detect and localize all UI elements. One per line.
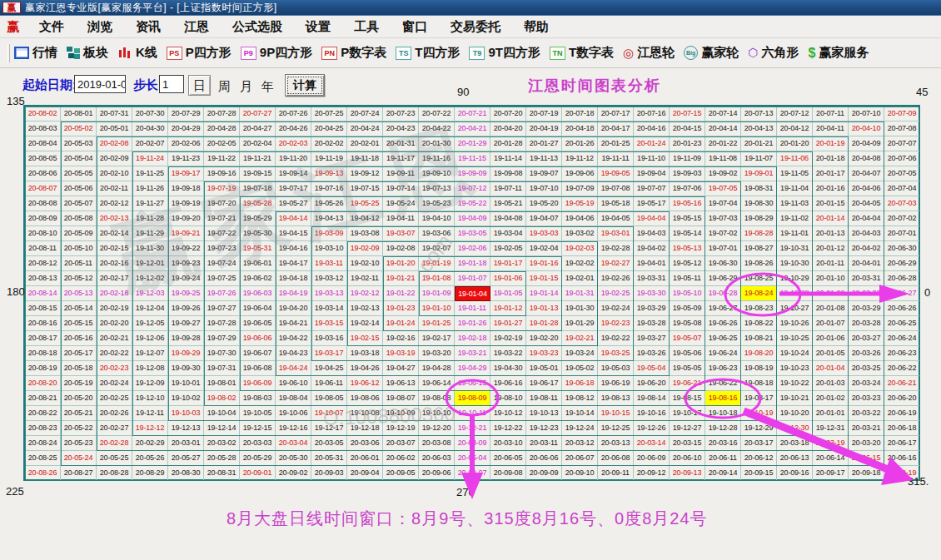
grid-cell[interactable]: 19-03-18: [347, 346, 383, 361]
grid-cell[interactable]: 19-05-20: [526, 196, 562, 211]
grid-cell[interactable]: 20-02-23: [97, 361, 132, 376]
grid-cell[interactable]: 20-05-11: [61, 256, 97, 271]
grid-cell[interactable]: 19-01-27: [490, 316, 526, 331]
grid-cell[interactable]: 20-06-16: [884, 451, 920, 466]
grid-cell[interactable]: 19-05-30: [240, 226, 276, 241]
grid-cell[interactable]: 20-07-29: [168, 107, 204, 121]
grid-cell[interactable]: 20-03-22: [849, 406, 884, 421]
grid-cell[interactable]: 19-12-03: [132, 286, 168, 301]
grid-cell[interactable]: 20-06-07: [562, 451, 598, 466]
grid-cell[interactable]: 19-05-23: [419, 196, 455, 211]
grid-cell[interactable]: 20-02-27: [97, 421, 132, 436]
grid-cell[interactable]: 20-06-15: [849, 451, 884, 466]
grid-cell[interactable]: 19-02-21: [562, 331, 598, 346]
grid-cell[interactable]: 19-08-10: [490, 391, 526, 406]
grid-cell[interactable]: 20-01-18: [813, 151, 849, 166]
grid-cell[interactable]: 19-12-29: [741, 421, 777, 436]
grid-cell[interactable]: 20-08-02: [25, 107, 61, 121]
grid-cell[interactable]: 19-11-21: [240, 151, 276, 166]
grid-cell[interactable]: 19-02-17: [419, 331, 455, 346]
step-input[interactable]: [159, 75, 184, 93]
grid-cell[interactable]: 19-01-10: [419, 301, 455, 316]
grid-cell[interactable]: 20-08-17: [25, 331, 61, 346]
grid-cell[interactable]: 20-08-30: [168, 466, 204, 481]
grid-cell[interactable]: 20-07-23: [383, 107, 419, 121]
grid-cell[interactable]: 19-04-27: [383, 361, 419, 376]
grid-cell[interactable]: 19-10-26: [777, 316, 813, 331]
grid-cell[interactable]: 19-10-03: [168, 406, 204, 421]
grid-cell[interactable]: 19-02-11: [347, 271, 383, 286]
grid-cell[interactable]: 20-06-25: [884, 316, 920, 331]
grid-cell[interactable]: 19-12-25: [598, 421, 634, 436]
grid-cell[interactable]: 20-07-31: [97, 107, 132, 121]
grid-cell[interactable]: 19-11-23: [168, 151, 204, 166]
grid-cell[interactable]: 20-08-28: [97, 466, 132, 481]
grid-cell[interactable]: 19-01-08: [419, 271, 455, 286]
grid-cell[interactable]: 19-09-25: [168, 286, 204, 301]
grid-cell[interactable]: 20-07-28: [204, 107, 240, 121]
grid-cell[interactable]: 20-02-15: [97, 241, 132, 256]
grid-cell[interactable]: 20-09-04: [347, 466, 383, 481]
grid-cell[interactable]: 19-03-15: [311, 316, 347, 331]
grid-cell[interactable]: 20-09-03: [311, 466, 347, 481]
grid-cell[interactable]: 19-12-18: [347, 421, 383, 436]
grid-cell[interactable]: 19-12-04: [132, 301, 168, 316]
grid-cell[interactable]: 19-07-22: [204, 226, 240, 241]
grid-cell[interactable]: 19-06-01: [240, 256, 276, 271]
grid-cell[interactable]: 20-04-15: [670, 121, 705, 136]
grid-cell[interactable]: 20-03-18: [777, 436, 813, 451]
grid-cell[interactable]: 19-06-02: [240, 271, 276, 286]
grid-cell[interactable]: 20-05-24: [61, 451, 97, 466]
grid-cell[interactable]: 20-05-08: [61, 211, 97, 226]
grid-cell[interactable]: 19-11-02: [777, 211, 813, 226]
grid-cell[interactable]: 20-09-10: [562, 466, 598, 481]
grid-cell[interactable]: 19-02-14: [347, 316, 383, 331]
grid-cell[interactable]: 20-06-12: [741, 451, 777, 466]
grid-cell[interactable]: 19-07-06: [670, 181, 705, 196]
grid-cell[interactable]: 19-07-17: [276, 181, 311, 196]
grid-cell[interactable]: 19-12-06: [132, 331, 168, 346]
grid-cell[interactable]: 19-08-07: [383, 391, 419, 406]
grid-cell[interactable]: 19-10-23: [777, 361, 813, 376]
grid-cell[interactable]: 20-06-04: [455, 451, 490, 466]
grid-cell[interactable]: 20-06-22: [884, 361, 920, 376]
grid-cell[interactable]: 19-06-20: [634, 376, 670, 391]
grid-cell[interactable]: 20-07-26: [276, 107, 311, 121]
grid-cell[interactable]: 19-01-05: [490, 286, 526, 301]
grid-cell[interactable]: 20-04-22: [419, 121, 455, 136]
grid-cell[interactable]: 19-01-09: [419, 286, 455, 301]
grid-cell[interactable]: 20-03-23: [849, 391, 884, 406]
grid-cell[interactable]: 19-12-12: [132, 421, 168, 436]
grid-cell[interactable]: 19-06-25: [705, 331, 741, 346]
grid-cell[interactable]: 20-05-17: [61, 346, 97, 361]
grid-cell[interactable]: 20-09-01: [240, 466, 276, 481]
grid-cell[interactable]: 19-08-31: [741, 181, 777, 196]
grid-cell[interactable]: 19-10-09: [383, 406, 419, 421]
grid-cell[interactable]: 19-06-22: [705, 376, 741, 391]
grid-cell[interactable]: 19-04-12: [347, 211, 383, 226]
grid-cell[interactable]: 19-10-12: [490, 406, 526, 421]
grid-cell[interactable]: 19-12-22: [490, 421, 526, 436]
grid-cell[interactable]: 19-07-11: [490, 181, 526, 196]
grid-cell[interactable]: 19-09-26: [168, 301, 204, 316]
grid-cell[interactable]: 19-06-30: [705, 256, 741, 271]
grid-cell[interactable]: 20-08-13: [25, 271, 61, 286]
grid-cell[interactable]: 19-01-22: [383, 286, 419, 301]
grid-cell[interactable]: 19-12-08: [132, 361, 168, 376]
grid-cell[interactable]: 20-09-14: [705, 466, 741, 481]
grid-cell[interactable]: 19-05-15: [670, 211, 705, 226]
grid-cell[interactable]: 19-07-13: [419, 181, 455, 196]
grid-cell[interactable]: 19-03-12: [311, 271, 347, 286]
grid-cell[interactable]: 20-02-18: [97, 286, 132, 301]
grid-cell[interactable]: 20-04-16: [634, 121, 670, 136]
grid-cell[interactable]: 19-10-20: [777, 406, 813, 421]
grid-cell[interactable]: 20-03-13: [598, 436, 634, 451]
grid-cell[interactable]: 19-09-06: [562, 166, 598, 181]
grid-cell[interactable]: 20-03-25: [849, 361, 884, 376]
grid-cell[interactable]: 20-04-17: [598, 121, 634, 136]
grid-cell[interactable]: 20-05-06: [61, 181, 97, 196]
grid-cell[interactable]: 19-07-31: [204, 361, 240, 376]
grid-cell[interactable]: 20-05-13: [61, 286, 97, 301]
grid-cell[interactable]: 20-01-12: [813, 241, 849, 256]
grid-cell[interactable]: 20-07-21: [455, 107, 490, 121]
